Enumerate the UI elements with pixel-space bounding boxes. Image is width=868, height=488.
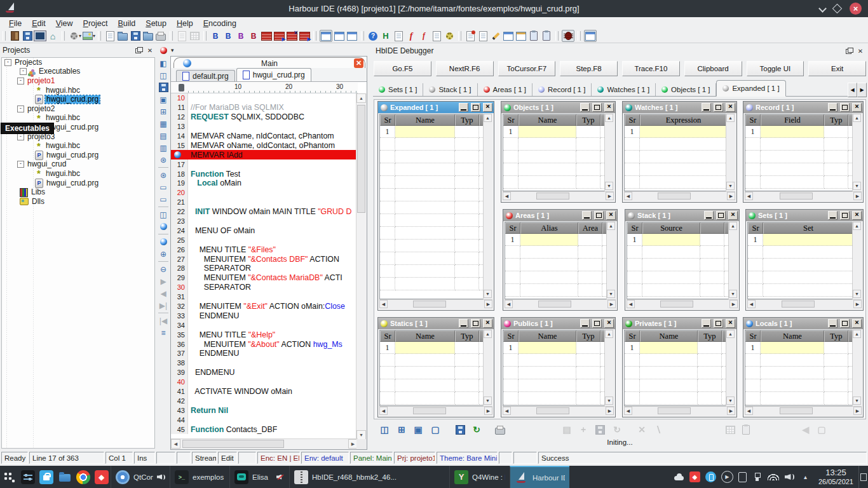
- debug-tab-record-1[interactable]: Record [ 1 ]: [532, 83, 592, 96]
- tree-item-hwgui-crud[interactable]: -hwgui_crud: [2, 160, 154, 170]
- compile-qrc-icon[interactable]: B: [248, 30, 259, 41]
- window-hscrollbar[interactable]: ◀▶: [627, 299, 738, 309]
- print-icon[interactable]: [155, 30, 166, 41]
- rebuild-icon[interactable]: [286, 30, 297, 41]
- line-number[interactable]: 22: [171, 207, 188, 217]
- open-file-icon[interactable]: [117, 30, 128, 41]
- function-tags-icon[interactable]: f: [418, 30, 430, 41]
- maximize-icon[interactable]: [592, 103, 602, 112]
- panel-right-icon[interactable]: [346, 30, 358, 41]
- debug-button-go-f5[interactable]: Go.F5: [374, 61, 431, 76]
- debug-button-toggle-ui[interactable]: Toggle UI: [747, 61, 804, 76]
- line-number[interactable]: 35: [171, 330, 188, 339]
- line-number[interactable]: 19: [171, 179, 188, 188]
- debug-window-privates[interactable]: Privates [ 1 ]SrNameTyp1▲▼◀▶: [622, 317, 737, 417]
- debug-window-sets[interactable]: Sets [ 1 ]SrSet1▲▼◀▶: [745, 209, 864, 311]
- value-cell[interactable]: [640, 342, 698, 354]
- debug-tab-areas-1[interactable]: Areas [ 1 ]: [478, 83, 532, 96]
- line-number[interactable]: 11: [171, 103, 188, 112]
- line-number[interactable]: 45: [171, 424, 188, 434]
- scroll-left-icon[interactable]: ◀: [379, 300, 388, 308]
- minimize-icon[interactable]: [828, 319, 837, 328]
- hscroll-thumb[interactable]: [782, 301, 815, 308]
- debug-window-watches[interactable]: Watches [ 1 ]SrExpression1▲▼◀▶: [622, 101, 737, 203]
- hscroll-thumb[interactable]: [780, 193, 813, 200]
- debug-tab-expanded-1[interactable]: Expanded [ 1 ]: [716, 80, 785, 97]
- minimize-icon[interactable]: [459, 103, 468, 112]
- new-window-icon[interactable]: ◧: [158, 58, 169, 69]
- rebuild-launch-icon[interactable]: [299, 30, 310, 41]
- value-cell[interactable]: [576, 126, 600, 138]
- maximize-icon[interactable]: [714, 319, 723, 328]
- clipboard-icon[interactable]: [528, 30, 539, 41]
- line-number[interactable]: 10: [171, 93, 188, 103]
- debug-window-objects[interactable]: Objects [ 1 ]SrNameTyp1▲▼◀▶: [501, 101, 616, 203]
- window-vscrollbar[interactable]: ▲▼: [852, 222, 862, 299]
- table-off-icon[interactable]: [189, 30, 200, 41]
- scroll-left-icon[interactable]: ◀: [624, 407, 632, 415]
- volume-icon[interactable]: [784, 471, 795, 482]
- maximize-icon[interactable]: [840, 103, 850, 112]
- window-hscrollbar[interactable]: ◀▶: [503, 191, 614, 201]
- row-number-cell[interactable]: 1: [503, 342, 519, 354]
- print-icon[interactable]: [494, 424, 506, 436]
- scroll-up-icon[interactable]: ▲: [726, 330, 735, 338]
- window-hscrollbar[interactable]: ◀▶: [745, 191, 862, 201]
- launcher-chrome[interactable]: [74, 466, 92, 488]
- debugger-icon[interactable]: [562, 30, 574, 42]
- tree-item-hwgui-hbc[interactable]: *hwgui.hbc: [2, 86, 154, 95]
- minimize-icon[interactable]: [580, 319, 590, 328]
- split-window-icon[interactable]: ◫: [158, 70, 169, 81]
- debug-window-statics[interactable]: Statics [ 1 ]SrNameTyp1▲▼◀▶: [377, 317, 494, 417]
- debug-button-nextr-f6[interactable]: NextR.F6: [436, 61, 494, 76]
- line-number[interactable]: 23: [171, 217, 188, 226]
- debug-button-exit[interactable]: Exit: [808, 61, 866, 76]
- view-normal-icon[interactable]: ▭: [158, 182, 169, 193]
- web-preview-icon[interactable]: ⊛: [158, 154, 169, 165]
- home-icon[interactable]: ⌂: [47, 30, 58, 41]
- value-cell[interactable]: [698, 342, 722, 354]
- window-vscrollbar[interactable]: ▲▼: [726, 330, 735, 406]
- debug-tab-objects-1[interactable]: Objects [ 1 ]: [656, 83, 716, 96]
- cascade-windows-icon[interactable]: ▣: [412, 424, 424, 436]
- wifi-icon[interactable]: [768, 473, 779, 480]
- clipboard-icon[interactable]: [738, 472, 747, 482]
- value-cell[interactable]: [395, 342, 455, 354]
- tree-expander-icon[interactable]: -: [17, 105, 24, 112]
- vscroll-thumb[interactable]: [357, 105, 365, 213]
- window-vscrollbar[interactable]: ▲▼: [604, 330, 614, 406]
- scroll-down-icon[interactable]: ▼: [726, 182, 735, 190]
- value-cell[interactable]: [642, 234, 700, 246]
- task-elisa[interactable]: Elisa: [229, 466, 289, 488]
- close-icon[interactable]: [728, 211, 738, 220]
- scroll-left-icon[interactable]: ◀: [745, 192, 753, 200]
- line-number[interactable]: 18: [171, 169, 188, 179]
- close-icon[interactable]: [604, 103, 614, 112]
- value-cell[interactable]: [519, 342, 576, 354]
- tree-item-hwgui-crud-prg[interactable]: Phwgui_crud.prg: [2, 179, 154, 188]
- scroll-up-icon[interactable]: ▲: [484, 114, 492, 122]
- window-vscrollbar[interactable]: ▲▼: [726, 114, 735, 191]
- minimize-icon[interactable]: [828, 211, 837, 220]
- save-2-icon[interactable]: [593, 424, 606, 436]
- line-number[interactable]: 20: [171, 188, 188, 198]
- tab-close-icon[interactable]: ✕: [354, 58, 363, 68]
- maximize-icon[interactable]: [716, 211, 726, 220]
- scroll-down-icon[interactable]: ▼: [726, 396, 735, 405]
- tree-item-executables[interactable]: -Executables: [2, 67, 154, 77]
- line-number[interactable]: 26: [171, 245, 188, 254]
- task-qtcont[interactable]: QtCont...: [111, 466, 170, 488]
- scroll-up-icon[interactable]: ▲: [484, 330, 492, 338]
- build-launch-icon[interactable]: [273, 30, 285, 41]
- line-number[interactable]: 15: [171, 140, 188, 150]
- hscroll-thumb[interactable]: [182, 440, 284, 448]
- line-number[interactable]: 37: [171, 349, 188, 358]
- audio-playing-icon[interactable]: [157, 473, 165, 481]
- row-number-cell[interactable]: 1: [745, 126, 761, 138]
- minimize-icon[interactable]: [704, 211, 714, 220]
- kdeconnect-icon[interactable]: [705, 471, 716, 482]
- usb-icon[interactable]: [752, 471, 763, 482]
- zoom-in-icon[interactable]: ⊕: [158, 248, 169, 259]
- scroll-right-icon[interactable]: ▶: [853, 192, 862, 200]
- line-number[interactable]: 30: [171, 283, 188, 292]
